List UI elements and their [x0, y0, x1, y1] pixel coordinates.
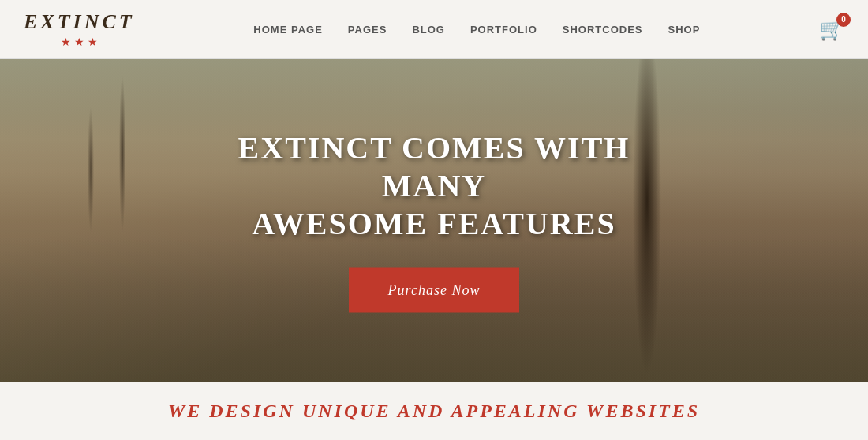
logo[interactable]: EXTINCT ★ ★ ★: [24, 10, 135, 49]
cart-button[interactable]: 🛒 0: [819, 17, 844, 42]
tagline-text: WE DESIGN UNIQUE AND APPEALING WEBSITES: [168, 401, 700, 422]
hero-title-line2: AWESOME FEATURES: [252, 206, 615, 241]
main-nav: HOME PAGE PAGES BLOG PORTFOLIO SHORTCODE…: [253, 24, 700, 35]
hero-section: EXTINCT COMES WITH MANY AWESOME FEATURES…: [0, 59, 868, 382]
nav-item-portfolio[interactable]: PORTFOLIO: [470, 24, 537, 35]
nav-item-pages[interactable]: PAGES: [348, 24, 387, 35]
nav-item-blog[interactable]: BLOG: [412, 24, 445, 35]
logo-star-1: ★: [61, 35, 71, 49]
header: EXTINCT ★ ★ ★ HOME PAGE PAGES BLOG PORTF…: [0, 0, 868, 59]
hero-content: EXTINCT COMES WITH MANY AWESOME FEATURES…: [217, 129, 651, 313]
nav-item-home-page[interactable]: HOME PAGE: [253, 24, 323, 35]
nav-item-shortcodes[interactable]: SHORTCODES: [563, 24, 643, 35]
hero-title-line1: EXTINCT COMES WITH MANY: [238, 130, 630, 203]
nav-item-shop[interactable]: SHOP: [668, 24, 701, 35]
tagline-section: WE DESIGN UNIQUE AND APPEALING WEBSITES: [0, 382, 868, 440]
logo-text: EXTINCT: [24, 10, 135, 34]
purchase-now-button[interactable]: Purchase Now: [349, 268, 520, 313]
hero-title: EXTINCT COMES WITH MANY AWESOME FEATURES: [217, 129, 651, 243]
cart-badge: 0: [836, 13, 851, 27]
logo-star-2: ★: [74, 35, 84, 49]
logo-star-3: ★: [88, 35, 98, 49]
logo-stars: ★ ★ ★: [61, 35, 98, 49]
